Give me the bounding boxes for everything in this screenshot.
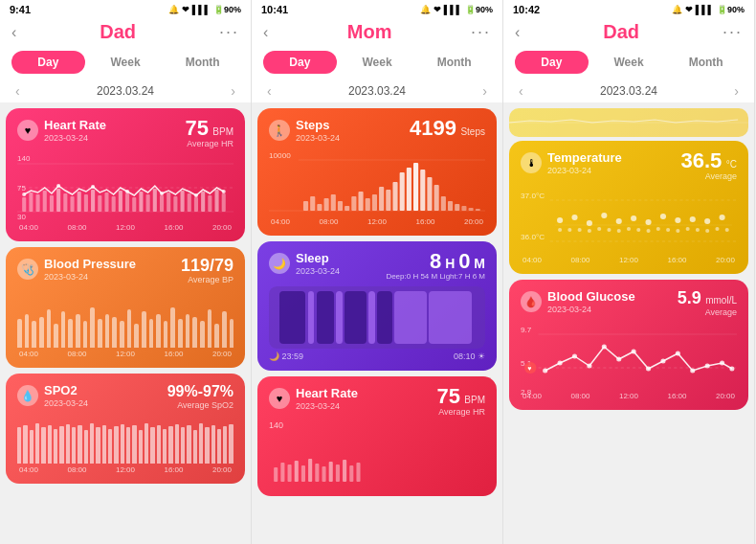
heart-value-2: 75 xyxy=(436,384,459,408)
heart-chart-2 xyxy=(269,434,485,487)
back-button-1[interactable]: ‹ xyxy=(11,24,16,41)
date-bar-3: ‹ 2023.03.24 › xyxy=(503,79,754,102)
svg-point-102 xyxy=(578,228,582,232)
svg-rect-68 xyxy=(476,209,480,211)
svg-rect-22 xyxy=(153,189,157,212)
heart-x-labels-1: 04:00 08:00 12:00 16:00 20:00 xyxy=(17,223,233,232)
svg-rect-28 xyxy=(194,197,198,212)
tab-day-3[interactable]: Day xyxy=(515,51,589,74)
svg-rect-10 xyxy=(70,196,74,212)
bell-icon-3: 🔔 xyxy=(672,5,682,14)
profile-name-3: Dad xyxy=(603,21,639,43)
svg-point-93 xyxy=(645,219,651,225)
svg-rect-7 xyxy=(50,195,54,212)
temp-chart: 37.0°C 36.0°C xyxy=(521,187,737,254)
svg-point-108 xyxy=(636,228,640,232)
back-button-3[interactable]: ‹ xyxy=(515,24,520,41)
svg-rect-59 xyxy=(413,163,418,211)
svg-rect-56 xyxy=(392,182,397,211)
svg-rect-66 xyxy=(461,206,466,211)
y-label-140: 140 xyxy=(17,154,30,163)
svg-point-100 xyxy=(558,228,562,232)
svg-point-132 xyxy=(676,351,680,356)
tab-week-1[interactable]: Week xyxy=(89,51,163,74)
svg-rect-30 xyxy=(208,195,211,212)
svg-rect-44 xyxy=(310,196,315,211)
steps-chart: 10000 xyxy=(269,148,485,215)
panel-mom: 10:41 🔔 ❤ ▌▌▌ 🔋90% ‹ Mom ··· Day Week Mo… xyxy=(252,0,503,544)
heart-unit-1: BPM xyxy=(212,126,233,137)
temp-sub: Average xyxy=(680,171,737,181)
svg-rect-13 xyxy=(91,190,95,212)
next-date-1[interactable]: › xyxy=(231,83,235,99)
svg-rect-25 xyxy=(173,196,177,212)
svg-point-117 xyxy=(725,228,729,232)
tab-week-3[interactable]: Week xyxy=(592,51,666,74)
tabs-3: Day Week Month xyxy=(503,47,754,79)
next-date-2[interactable]: › xyxy=(482,83,487,99)
prev-date-3[interactable]: ‹ xyxy=(519,83,523,99)
svg-rect-58 xyxy=(407,168,411,211)
heart-status-icon-2: ❤ xyxy=(434,5,441,14)
svg-rect-64 xyxy=(448,201,453,211)
svg-rect-50 xyxy=(351,196,356,211)
svg-rect-9 xyxy=(63,193,67,212)
tab-month-3[interactable]: Month xyxy=(669,51,743,74)
svg-rect-75 xyxy=(315,464,319,482)
blood-pressure-card-1: 🩺 Blood Pressure 2023-03-24 119/79 Avera… xyxy=(6,247,245,368)
heart-status-icon-3: ❤ xyxy=(685,5,693,14)
spo2-sub-1: Average SpO2 xyxy=(167,400,233,410)
heart-rate-card-1: ♥ Heart Rate 2023-03-24 75 BPM Average H… xyxy=(6,108,245,241)
bp-chart-1: (function(){ var heights = [30,35,28,32,… xyxy=(17,290,233,348)
svg-point-131 xyxy=(660,359,665,364)
svg-rect-48 xyxy=(338,201,343,211)
svg-point-114 xyxy=(696,228,700,232)
steps-unit: Steps xyxy=(460,126,485,137)
svg-rect-52 xyxy=(366,198,370,211)
svg-point-87 xyxy=(557,217,563,223)
tab-week-2[interactable]: Week xyxy=(341,51,414,74)
status-time-1: 9:41 xyxy=(10,4,31,15)
temp-title: Temperature xyxy=(547,150,622,165)
glucose-icon: 🩸 xyxy=(521,291,542,312)
current-date-1: 2023.03.24 xyxy=(97,84,154,98)
svg-point-36 xyxy=(125,190,129,193)
svg-rect-65 xyxy=(455,204,459,211)
more-menu-3[interactable]: ··· xyxy=(723,22,743,42)
sleep-time-labels: 🌙 23:59 08:10 ☀ xyxy=(269,351,485,361)
svg-rect-45 xyxy=(317,204,322,211)
heart-rate-card-2: ♥ Heart Rate 2023-03-24 75 BPM Average H… xyxy=(257,376,497,496)
header-3: ‹ Dad ··· xyxy=(503,17,754,47)
sleep-hours: 8 H 0 M xyxy=(430,249,485,273)
spo2-card-1: 💧 SPO2 2023-03-24 99%-97% Average SpO2 (… xyxy=(6,374,245,484)
temp-date: 2023-03-24 xyxy=(547,166,622,175)
tab-month-1[interactable]: Month xyxy=(166,51,239,74)
svg-rect-80 xyxy=(349,465,353,482)
next-date-3[interactable]: › xyxy=(734,83,739,99)
signal-icon: ▌▌▌ xyxy=(192,5,211,14)
tab-month-2[interactable]: Month xyxy=(417,51,491,74)
svg-rect-32 xyxy=(222,193,226,212)
tab-day-2[interactable]: Day xyxy=(263,51,337,74)
prev-date-1[interactable]: ‹ xyxy=(15,83,20,99)
status-bar-1: 9:41 🔔 ❤ ▌▌▌ 🔋90% xyxy=(0,0,251,17)
svg-point-96 xyxy=(690,216,696,222)
svg-point-34 xyxy=(56,184,60,188)
svg-point-113 xyxy=(686,227,690,231)
steps-card: 🚶 Steps 2023-03-24 4199 Steps 10000 xyxy=(257,108,497,236)
spo2-date-1: 2023-03-24 xyxy=(44,398,88,408)
back-button-2[interactable]: ‹ xyxy=(263,24,268,41)
more-menu-1[interactable]: ··· xyxy=(219,22,239,42)
steps-date: 2023-03-24 xyxy=(296,133,340,143)
svg-rect-76 xyxy=(322,466,325,482)
svg-point-88 xyxy=(571,215,577,220)
svg-point-135 xyxy=(720,361,724,366)
bell-icon: 🔔 xyxy=(168,5,179,14)
glucose-sub: Average xyxy=(678,307,737,317)
more-menu-2[interactable]: ··· xyxy=(471,22,491,42)
prev-date-2[interactable]: ‹ xyxy=(267,83,272,99)
svg-text:10000: 10000 xyxy=(269,151,291,160)
tab-day-1[interactable]: Day xyxy=(11,51,85,74)
svg-rect-60 xyxy=(420,170,425,211)
status-bar-3: 10:42 🔔 ❤ ▌▌▌ 🔋90% xyxy=(503,0,754,17)
